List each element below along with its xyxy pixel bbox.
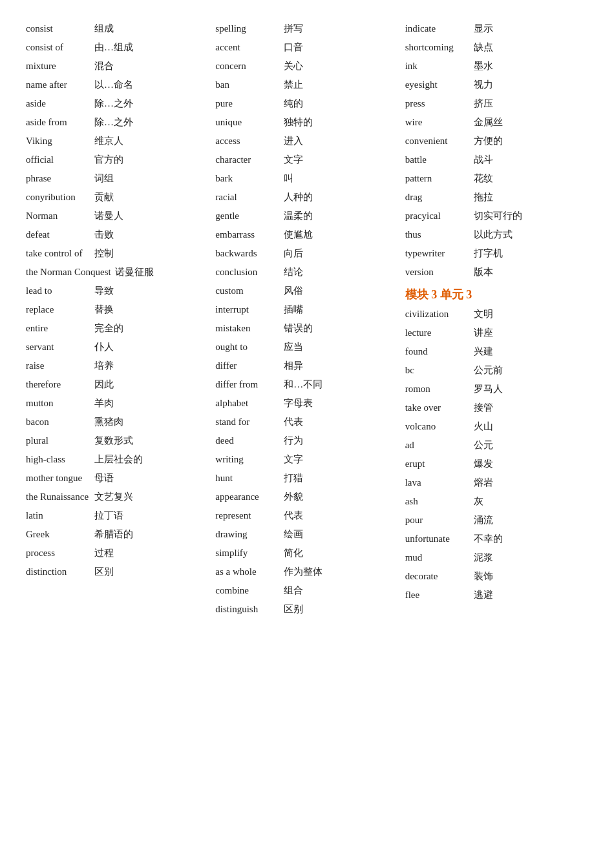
vocab-chinese: 组成 — [94, 23, 114, 35]
list-item: take over接管 — [405, 398, 588, 417]
vocab-chinese: 简化 — [284, 547, 303, 559]
list-item: distinction区别 — [26, 563, 209, 581]
list-item: version版本 — [405, 263, 588, 282]
list-item: conclusion结论 — [215, 263, 398, 282]
vocab-chinese: 贡献 — [94, 191, 114, 203]
vocab-english: interrupt — [215, 304, 280, 315]
vocab-chinese: 装饰 — [474, 570, 493, 583]
list-item: backwards向后 — [215, 244, 398, 263]
vocab-english: romon — [405, 384, 470, 395]
vocab-chinese: 兴建 — [474, 346, 493, 358]
list-item: ink墨水 — [405, 57, 588, 76]
vocab-chinese: 文字 — [284, 154, 303, 166]
vocab-english: ought to — [215, 342, 280, 353]
vocab-chinese: 熏猪肉 — [94, 416, 123, 428]
vocab-chinese: 拼写 — [284, 23, 303, 35]
vocab-chinese: 打字机 — [474, 247, 503, 260]
vocab-chinese: 视力 — [474, 79, 493, 91]
vocab-english: as a whole — [215, 566, 280, 577]
list-item: press挤压 — [405, 94, 588, 113]
vocab-chinese: 相异 — [284, 360, 303, 372]
vocab-english: erupt — [405, 459, 470, 470]
vocab-english: consist — [26, 23, 90, 34]
list-item: therefore因此 — [26, 375, 209, 394]
vocab-english: the Norman Conquest — [26, 267, 111, 278]
list-item: represent代表 — [215, 506, 398, 525]
vocab-chinese: 维京人 — [94, 135, 123, 147]
vocab-english: mixture — [26, 61, 90, 72]
vocab-english: version — [405, 267, 470, 278]
list-item: official官方的 — [26, 150, 209, 169]
vocab-chinese: 花纹 — [474, 172, 493, 185]
vocab-chinese: 墨水 — [474, 60, 493, 72]
vocab-english: hunt — [215, 473, 280, 484]
list-item: interrupt插嘴 — [215, 300, 398, 319]
vocab-english: flee — [405, 590, 470, 601]
vocab-english: pour — [405, 515, 470, 526]
vocab-english: therefore — [26, 379, 90, 390]
list-item: concern关心 — [215, 57, 398, 76]
vocab-english: differ from — [215, 379, 280, 390]
list-item: pure纯的 — [215, 94, 398, 113]
vocab-english: eyesight — [405, 79, 470, 90]
vocab-chinese: 诺曼人 — [94, 210, 123, 222]
list-item: as a whole作为整体 — [215, 563, 398, 581]
list-item: aside除…之外 — [26, 94, 209, 113]
list-item: indicate显示 — [405, 19, 588, 38]
vocab-chinese: 文艺复兴 — [94, 491, 133, 503]
vocab-english: combine — [215, 585, 280, 596]
vocab-chinese: 控制 — [94, 247, 114, 260]
vocab-chinese: 区别 — [284, 603, 303, 615]
vocab-english: racial — [215, 192, 280, 203]
vocab-chinese: 结论 — [284, 266, 303, 278]
list-item: alphabet字母表 — [215, 394, 398, 413]
vocab-english: bark — [215, 173, 280, 184]
list-item: mixture混合 — [26, 57, 209, 76]
list-item: Norman诺曼人 — [26, 207, 209, 225]
list-item: shortcoming缺点 — [405, 38, 588, 57]
vocab-english: aside — [26, 98, 90, 109]
vocab-chinese: 战斗 — [474, 154, 493, 166]
list-item: bacon熏猪肉 — [26, 413, 209, 431]
vocab-english: take over — [405, 402, 470, 413]
vocab-chinese: 培养 — [94, 360, 114, 372]
list-item: conyribution贡献 — [26, 188, 209, 207]
vocab-chinese: 和…不同 — [284, 378, 323, 391]
vocab-english: unique — [215, 117, 280, 128]
list-item: thus以此方式 — [405, 225, 588, 244]
list-item: Greek希腊语的 — [26, 525, 209, 544]
list-item: unfortunate不幸的 — [405, 530, 588, 548]
vocab-chinese: 击败 — [94, 229, 114, 241]
vocab-chinese: 复数形式 — [94, 435, 133, 447]
vocab-english: indicate — [405, 23, 470, 34]
vocab-chinese: 羊肉 — [94, 397, 114, 409]
list-item: ban禁止 — [215, 76, 398, 94]
list-item: bc公元前 — [405, 361, 588, 380]
list-item: servant仆人 — [26, 338, 209, 356]
vocab-english: conclusion — [215, 267, 280, 278]
vocab-chinese: 金属丝 — [474, 116, 503, 129]
vocab-english: lead to — [26, 285, 90, 296]
vocab-english: ban — [215, 79, 280, 90]
vocab-chinese: 上层社会的 — [94, 453, 143, 466]
list-item: take control of控制 — [26, 244, 209, 263]
vocab-chinese: 泥浆 — [474, 552, 493, 564]
vocab-english: spelling — [215, 23, 280, 34]
list-item: drag拖拉 — [405, 188, 588, 207]
list-item: appearance外貌 — [215, 488, 398, 506]
list-item: lecture讲座 — [405, 324, 588, 342]
list-item: wire金属丝 — [405, 113, 588, 132]
vocab-english: ink — [405, 61, 470, 72]
vocab-chinese: 方便的 — [474, 135, 503, 147]
column-3: indicate显示shortcoming缺点ink墨水eyesight视力pr… — [405, 19, 588, 619]
vocab-english: character — [215, 154, 280, 165]
vocab-english: consist of — [26, 42, 90, 53]
vocab-english: bc — [405, 365, 470, 376]
list-item: flee逃避 — [405, 586, 588, 604]
vocab-chinese: 行为 — [284, 435, 303, 447]
list-item: differ相异 — [215, 356, 398, 375]
vocab-chinese: 人种的 — [284, 191, 313, 203]
vocab-english: backwards — [215, 248, 280, 259]
vocab-chinese: 以此方式 — [474, 229, 513, 241]
vocab-english: volcano — [405, 421, 470, 432]
